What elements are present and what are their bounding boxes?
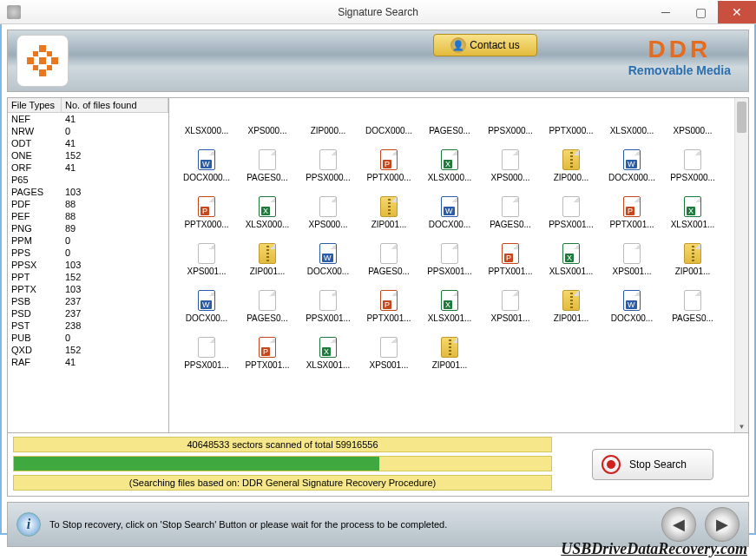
table-row[interactable]: NRW0 [8,125,168,137]
file-item[interactable]: PPTX000... [358,148,419,195]
scroll-down-icon[interactable]: ▼ [735,420,748,432]
file-item[interactable]: XLSX000... [419,148,480,195]
blank-icon [378,242,399,265]
person-icon: 👤 [450,37,466,53]
file-item[interactable]: PAGES0... [237,148,298,195]
file-item[interactable]: PPTX001... [480,242,541,289]
file-item[interactable]: XLSX000... [237,195,298,242]
file-item[interactable]: XLSX000... [176,102,237,148]
stop-search-button[interactable]: Stop Search [592,449,713,480]
file-item[interactable]: XLSX001... [541,242,602,289]
file-item[interactable]: XPS000... [237,102,298,148]
scroll-thumb[interactable] [737,102,746,133]
file-item[interactable]: PPSX000... [480,102,541,148]
scrollbar-vertical[interactable]: ▲ ▼ [734,98,748,432]
file-item[interactable]: PPSX000... [662,148,723,195]
file-item[interactable]: XPS001... [358,336,419,383]
file-item[interactable]: ZIP000... [298,102,358,148]
file-item[interactable]: PAGES0... [358,242,419,289]
file-item[interactable]: XLSX000... [602,102,662,148]
close-button[interactable]: ✕ [718,1,756,23]
file-item[interactable]: PPTX001... [358,289,419,336]
table-row[interactable]: ONE152 [8,149,168,161]
file-item[interactable]: DOCX00... [602,289,662,336]
file-grid[interactable]: XLSX000...XPS000...ZIP000...DOCX000...PA… [169,98,734,386]
table-row[interactable]: PPT152 [8,271,168,283]
table-row[interactable]: PEF88 [8,210,168,222]
table-row[interactable]: PPTX103 [8,283,168,295]
file-item[interactable]: DOCX00... [419,195,480,242]
forward-button[interactable]: ▶ [705,507,740,542]
file-item[interactable]: XPS000... [662,102,723,148]
file-item[interactable]: ZIP001... [237,242,298,289]
file-label: DOCX000... [365,126,412,135]
table-row[interactable]: PAGES103 [8,186,168,198]
table-row[interactable]: PNG89 [8,222,168,234]
ppt-icon [378,289,399,312]
file-item[interactable]: DOCX00... [176,289,237,336]
table-row[interactable]: ODT41 [8,137,168,149]
file-item[interactable]: PPSX001... [176,336,237,383]
file-item[interactable]: XLSX001... [662,195,723,242]
file-item[interactable]: PAGES0... [419,102,480,148]
file-item[interactable]: XPS001... [602,242,662,289]
table-row[interactable]: PPSX103 [8,259,168,271]
file-item[interactable]: XPS000... [298,195,358,242]
col-file-types[interactable]: File Types [8,98,62,112]
file-item[interactable]: DOCX000... [358,102,419,148]
file-item[interactable]: PPTX000... [176,195,237,242]
contact-us-button[interactable]: 👤 Contact us [433,34,537,56]
file-item[interactable]: XPS000... [480,148,541,195]
maximize-button[interactable]: ▢ [683,1,718,23]
file-item[interactable]: ZIP000... [541,148,602,195]
file-item[interactable]: PPSX001... [419,242,480,289]
table-row[interactable]: PPM0 [8,234,168,247]
file-item[interactable]: XLSX001... [298,336,358,383]
file-item[interactable]: DOCX000... [176,148,237,195]
file-label: XPS000... [247,126,286,135]
file-item[interactable]: PPTX000... [541,102,602,148]
file-item[interactable]: XPS001... [176,242,237,289]
file-item[interactable]: PAGES0... [480,195,541,242]
file-item[interactable]: DOCX00... [298,242,358,289]
file-item[interactable]: XPS001... [480,289,541,336]
file-label: PAGES0... [368,267,410,276]
file-item[interactable]: DOCX000... [602,148,662,195]
file-types-list[interactable]: NEF41NRW0ODT41ONE152ORF41P65PAGES103PDF8… [8,113,168,432]
file-item[interactable]: ZIP001... [419,336,480,383]
cell-file-count: 0 [62,332,168,344]
file-item[interactable]: PAGES0... [237,289,298,336]
table-row[interactable]: ORF41 [8,161,168,174]
back-button[interactable]: ◀ [661,507,696,542]
file-item[interactable]: ZIP001... [662,242,723,289]
file-item[interactable]: PAGES0... [662,289,723,336]
file-item[interactable]: ZIP001... [358,195,419,242]
table-row[interactable]: PUB0 [8,332,168,344]
file-item[interactable]: XLSX001... [419,289,480,336]
col-files-found[interactable]: No. of files found [62,98,168,112]
table-row[interactable]: PSD237 [8,307,168,320]
cell-file-count: 103 [62,186,168,198]
zip-icon [378,195,399,218]
table-row[interactable]: PSB237 [8,295,168,307]
minimize-button[interactable]: ─ [648,1,683,23]
titlebar: Signature Search ─ ▢ ✕ [0,0,756,24]
table-row[interactable]: QXD152 [8,344,168,356]
word-icon [621,148,642,171]
sectors-scanned-text: 40648533 sectors scanned of total 599165… [13,437,552,452]
table-row[interactable]: PPS0 [8,247,168,259]
file-label: PPTX000... [184,220,228,229]
file-item[interactable]: ZIP001... [541,289,602,336]
svg-rect-8 [39,57,46,64]
table-row[interactable]: NEF41 [8,113,168,125]
table-row[interactable]: PST238 [8,320,168,332]
file-item[interactable]: PPTX001... [602,195,662,242]
file-item[interactable]: PPTX001... [237,336,298,383]
ppt-icon [257,336,278,359]
table-row[interactable]: RAF41 [8,356,168,368]
table-row[interactable]: P65 [8,174,168,186]
table-row[interactable]: PDF88 [8,198,168,210]
file-item[interactable]: PPSX001... [298,289,358,336]
file-item[interactable]: PPSX001... [541,195,602,242]
file-item[interactable]: PPSX000... [298,148,358,195]
